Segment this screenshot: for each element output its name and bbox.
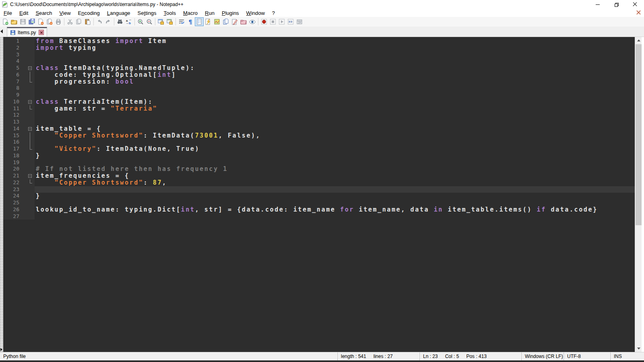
- macro-run-multiple-button[interactable]: [286, 17, 295, 26]
- macro-stop-button[interactable]: [268, 17, 277, 26]
- code-editor[interactable]: 1from BaseClasses import Item2import typ…: [3, 37, 635, 352]
- line-number[interactable]: 6: [3, 72, 27, 78]
- line-number[interactable]: 18: [3, 152, 27, 159]
- paste-button[interactable]: [83, 17, 92, 26]
- close-all-button[interactable]: [45, 17, 54, 26]
- document-close-icon[interactable]: [636, 10, 641, 15]
- code-text[interactable]: class TerrariaItem(Item):: [35, 99, 635, 105]
- line-number[interactable]: 17: [3, 146, 27, 152]
- edit-pen-button[interactable]: [230, 17, 239, 26]
- restore-button[interactable]: [607, 0, 625, 9]
- line-number[interactable]: 22: [3, 179, 27, 186]
- code-text[interactable]: [35, 139, 635, 146]
- code-text[interactable]: # If not listed here then has frequency …: [35, 166, 635, 173]
- code-text[interactable]: [35, 58, 635, 65]
- find-button[interactable]: [116, 17, 124, 26]
- macro-record-button[interactable]: [260, 17, 268, 26]
- line-number[interactable]: 5: [3, 65, 27, 72]
- replace-button[interactable]: ab: [124, 17, 133, 26]
- code-text[interactable]: }: [35, 193, 635, 200]
- save-all-button[interactable]: [27, 17, 36, 26]
- line-number[interactable]: 23: [3, 186, 27, 193]
- tab-close-icon[interactable]: [39, 30, 44, 35]
- code-text[interactable]: game: str = "Terraria": [35, 105, 635, 112]
- menu-macro[interactable]: Macro: [180, 9, 201, 17]
- zoom-out-button[interactable]: [145, 17, 154, 26]
- code-text[interactable]: item_table = {: [35, 125, 635, 132]
- macro-save-button[interactable]: [295, 17, 304, 26]
- cut-button[interactable]: [66, 17, 74, 26]
- sync-vertical-scrolling-button[interactable]: [157, 17, 165, 26]
- code-text[interactable]: "Copper Shortsword": ItemData(73001, Fal…: [35, 132, 635, 139]
- code-text[interactable]: [35, 159, 635, 166]
- zoom-in-button[interactable]: [136, 17, 145, 26]
- line-number[interactable]: 9: [3, 92, 27, 99]
- save-file-button[interactable]: [19, 17, 27, 26]
- menu-settings[interactable]: Settings: [134, 9, 160, 17]
- macro-play-button[interactable]: [277, 17, 286, 26]
- line-number[interactable]: 7: [3, 78, 27, 85]
- code-text[interactable]: import typing: [35, 45, 635, 51]
- line-number[interactable]: 4: [3, 58, 27, 65]
- line-number[interactable]: 14: [3, 125, 27, 132]
- line-number[interactable]: 10: [3, 99, 27, 105]
- line-number[interactable]: 1: [3, 38, 27, 45]
- code-text[interactable]: [35, 92, 635, 99]
- show-indent-guide-button[interactable]: [195, 17, 204, 26]
- fold-collapse-icon[interactable]: [27, 65, 35, 72]
- menu-search[interactable]: Search: [32, 9, 56, 17]
- typing-mode-label[interactable]: INS: [614, 354, 622, 359]
- line-number[interactable]: 13: [3, 119, 27, 125]
- menu-encoding[interactable]: Encoding: [74, 9, 103, 17]
- redo-button[interactable]: [104, 17, 113, 26]
- code-text[interactable]: progression: bool: [35, 78, 635, 85]
- line-number[interactable]: 8: [3, 85, 27, 92]
- fold-collapse-icon[interactable]: [27, 125, 35, 132]
- line-number[interactable]: 21: [3, 173, 27, 179]
- code-text[interactable]: "Copper Shortsword": 87,: [35, 179, 635, 186]
- new-file-button[interactable]: [1, 17, 10, 26]
- menu-language[interactable]: Language: [103, 9, 134, 17]
- code-text[interactable]: "Victory": ItemData(None, True): [35, 146, 635, 152]
- line-number[interactable]: 11: [3, 105, 27, 112]
- eol-format-label[interactable]: Windows (CR LF): [525, 354, 563, 359]
- function-list-button[interactable]: [204, 17, 213, 26]
- code-text[interactable]: class ItemData(typing.NamedTuple):: [35, 65, 635, 72]
- panel-expand-icon[interactable]: [0, 348, 2, 351]
- line-number[interactable]: 2: [3, 45, 27, 51]
- code-text[interactable]: from BaseClasses import Item: [35, 38, 635, 45]
- menu-help[interactable]: ?: [268, 9, 279, 17]
- line-number[interactable]: 3: [3, 51, 27, 58]
- code-text[interactable]: [35, 85, 635, 92]
- encoding-label[interactable]: UTF-8: [567, 354, 581, 359]
- menu-file[interactable]: File: [0, 9, 16, 17]
- vertical-scrollbar[interactable]: [635, 37, 642, 352]
- line-number[interactable]: 26: [3, 206, 27, 213]
- menu-plugins[interactable]: Plugins: [218, 9, 243, 17]
- code-text[interactable]: [35, 119, 635, 125]
- undo-button[interactable]: [95, 17, 104, 26]
- scrollbar-thumb[interactable]: [636, 44, 642, 225]
- line-number[interactable]: 19: [3, 159, 27, 166]
- code-text[interactable]: [35, 200, 635, 206]
- code-text[interactable]: [35, 213, 635, 220]
- tab-scroll-left-icon[interactable]: [0, 29, 3, 33]
- line-number[interactable]: 12: [3, 112, 27, 119]
- panel-grip[interactable]: [0, 37, 3, 352]
- menu-window[interactable]: Window: [243, 9, 268, 17]
- close-file-button[interactable]: [36, 17, 45, 26]
- menu-run[interactable]: Run: [201, 9, 218, 17]
- scrollbar-up-icon[interactable]: [635, 37, 642, 44]
- code-text[interactable]: code: typing.Optional[int]: [35, 72, 635, 78]
- code-text[interactable]: [35, 186, 635, 193]
- fold-collapse-icon[interactable]: [27, 173, 35, 179]
- menu-tools[interactable]: Tools: [160, 9, 180, 17]
- line-number[interactable]: 24: [3, 193, 27, 200]
- word-wrap-button[interactable]: [177, 17, 186, 26]
- code-text[interactable]: }: [35, 152, 635, 159]
- print-button[interactable]: [54, 17, 63, 26]
- code-text[interactable]: [35, 112, 635, 119]
- open-file-button[interactable]: [10, 17, 19, 26]
- menu-edit[interactable]: Edit: [16, 9, 32, 17]
- line-number[interactable]: 15: [3, 132, 27, 139]
